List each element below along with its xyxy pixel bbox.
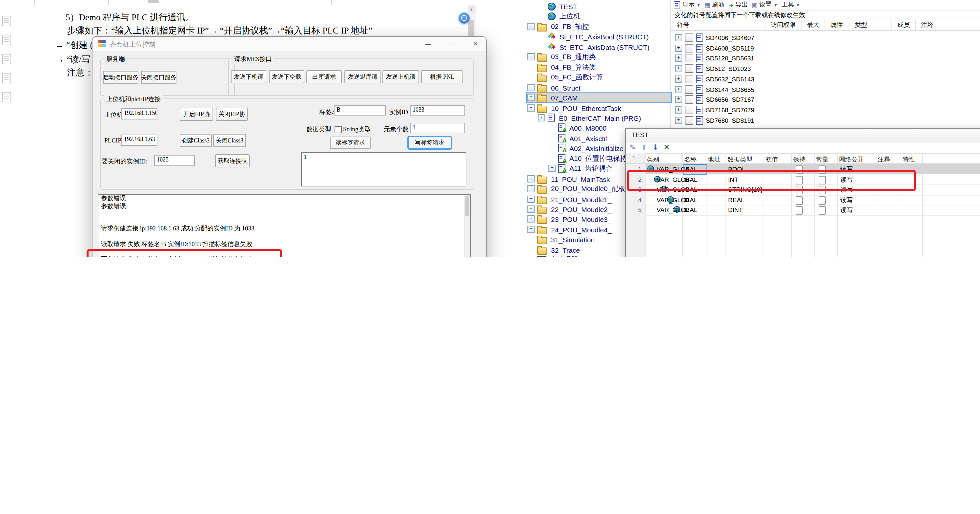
doc-sidebar-icon[interactable] (2, 16, 11, 26)
tree-expand-toggle[interactable]: + (527, 84, 535, 91)
table-column-header[interactable]: 特性 (903, 156, 915, 164)
table-column-header[interactable]: 保持 (793, 156, 805, 164)
symbol-column-header[interactable]: 访问权限 (771, 21, 795, 30)
tree-item[interactable]: 31_Simulation (527, 235, 596, 244)
close-id-input[interactable]: 1025 (154, 155, 195, 166)
delete-icon[interactable]: ✕ (663, 144, 670, 151)
tree-item[interactable]: +07_CAM (527, 93, 579, 102)
symbol-expand-toggle[interactable]: + (675, 106, 682, 113)
constant-checkbox[interactable] (819, 206, 826, 215)
log-scrollbar[interactable] (464, 195, 470, 257)
tree-item[interactable]: +22_POU_Moudle2_ (527, 204, 612, 214)
tree-item[interactable]: A02_AxisInitialize (548, 143, 625, 153)
cell-network-access[interactable]: 读写 (840, 206, 853, 215)
cell-datatype[interactable]: INT (728, 176, 738, 183)
table-column-header[interactable]: 地址 (708, 156, 720, 164)
symbol-row[interactable]: +SD6144_SD6655 (675, 85, 754, 94)
tree-expand-toggle[interactable]: + (527, 206, 535, 213)
tree-item[interactable]: 上位机 (538, 11, 582, 21)
symbol-column-header[interactable]: 注释 (921, 21, 934, 30)
tree-expand-toggle[interactable]: - (538, 114, 545, 121)
tree-item[interactable]: +24_POU_Moudle4_ (527, 225, 612, 235)
symbol-column-header[interactable]: 符号 (677, 21, 689, 30)
doc-sidebar-icon[interactable] (2, 54, 11, 64)
tree-item[interactable]: -10_POU_EthercatTask (527, 103, 622, 113)
close-eip-button[interactable]: 关闭EIP协 (216, 108, 248, 121)
row-number[interactable]: 4 (627, 196, 641, 203)
tree-item[interactable]: +23_POU_Moudle3_ (527, 214, 612, 224)
cell-category[interactable]: VAR_GLOBAL (657, 176, 697, 183)
symbol-row[interactable]: +SD4608_SD5119 (675, 43, 754, 53)
cell-datatype[interactable]: REAL (728, 196, 745, 203)
symbol-checkbox[interactable] (685, 85, 694, 94)
tree-item[interactable]: 04_FB_算法类 (527, 62, 597, 72)
symbol-column-header[interactable]: 成员 (897, 21, 910, 30)
cell-name[interactable]: D (685, 196, 689, 203)
symbol-expand-toggle[interactable]: + (675, 86, 682, 93)
cell-name[interactable]: B (685, 176, 689, 183)
symbol-expand-toggle[interactable]: + (675, 96, 682, 103)
server-button[interactable]: 启动接口服务 (103, 71, 138, 84)
row-number[interactable]: 1 (627, 165, 641, 172)
symbol-column-header[interactable]: 最大 (807, 21, 819, 30)
open-eip-button[interactable]: 开启EIP协 (180, 108, 213, 121)
tree-item[interactable]: 库管理器 (527, 255, 579, 257)
refresh-button[interactable]: ▦刷新 (705, 1, 724, 9)
cell-category[interactable]: VAR_GLOBAL (657, 196, 697, 203)
export-button[interactable]: ➜导出 (729, 1, 748, 9)
tree-expand-toggle[interactable]: + (527, 215, 535, 222)
cell-category[interactable]: VAR_GLOBAL (657, 186, 697, 193)
row-number[interactable]: 3 (627, 186, 641, 193)
mes-button[interactable]: 发送上机请 (382, 70, 419, 83)
maximize-icon[interactable]: ☐ (446, 39, 458, 49)
read-tag-button[interactable]: 读标签请求 (330, 137, 371, 149)
table-column-header[interactable]: 网络公开 (839, 156, 864, 164)
value-textarea[interactable]: 1 (301, 152, 466, 187)
cell-name[interactable]: E (685, 206, 689, 213)
symbol-checkbox[interactable] (685, 64, 694, 73)
symbol-row[interactable]: +SD512_SD1023 (675, 64, 751, 73)
symbol-expand-toggle[interactable]: + (675, 45, 682, 52)
tree-expand-toggle[interactable]: + (527, 196, 535, 203)
mes-button[interactable]: 发送下空载 (269, 70, 304, 83)
symbol-checkbox[interactable] (685, 75, 694, 83)
constant-checkbox[interactable] (819, 165, 826, 174)
string-type-checkbox[interactable] (334, 126, 342, 133)
tree-item[interactable]: -02_FB_轴控 (527, 22, 590, 32)
plc-ip-input[interactable]: 192.168.1.63 (121, 134, 158, 146)
sort-icon[interactable]: ^ (632, 156, 635, 161)
tag-input[interactable]: B (334, 105, 386, 115)
tools-menu[interactable]: 工具▼ (781, 1, 800, 9)
symbol-row[interactable]: +SD5120_SD5631 (675, 53, 754, 63)
symbol-expand-toggle[interactable]: + (675, 65, 682, 72)
symbol-row[interactable]: +SD7168_SD7679 (675, 105, 754, 115)
retain-checkbox[interactable] (795, 186, 803, 194)
table-column-header[interactable]: 名称 (684, 156, 697, 164)
symbol-row[interactable]: +SD5632_SD6143 (675, 74, 754, 84)
cell-name[interactable]: C (685, 186, 689, 193)
constant-checkbox[interactable] (819, 196, 826, 204)
symbol-row[interactable]: +SD7680_SD8191 (675, 115, 754, 125)
tree-item[interactable]: A00_M8000 (548, 123, 608, 132)
variable-window-title[interactable]: TEST (626, 129, 980, 142)
tree-item[interactable]: +03_FB_通用类 (527, 52, 597, 62)
symbol-checkbox[interactable] (685, 116, 694, 125)
cell-datatype[interactable]: DINT (728, 206, 743, 213)
tree-item[interactable]: TEST (538, 1, 579, 11)
minimize-icon[interactable]: — (422, 39, 434, 49)
log-textarea[interactable]: 参数错误参数错误 请求创建连接 ip:192.168.1.63 成功 分配的实例… (98, 194, 471, 257)
doc-sidebar-icon[interactable] (2, 35, 11, 45)
tree-item[interactable]: +06_Struct (527, 83, 582, 93)
symbol-expand-toggle[interactable]: + (675, 117, 682, 124)
tree-expand-toggle[interactable]: + (527, 185, 535, 192)
close-icon[interactable]: ✕ (470, 39, 482, 49)
tree-expand-toggle[interactable]: + (527, 94, 535, 101)
cell-network-access[interactable]: 读写 (840, 165, 853, 174)
symbol-checkbox[interactable] (685, 44, 694, 53)
tree-expand-toggle[interactable]: + (548, 165, 555, 172)
move-down-icon[interactable]: ⬇ (652, 144, 658, 151)
retain-checkbox[interactable] (795, 165, 803, 174)
constant-checkbox[interactable] (819, 186, 826, 194)
table-column-header[interactable]: 注释 (878, 156, 890, 164)
tree-item[interactable]: St_ETC_AxisBool (STRUCT) (538, 32, 650, 42)
